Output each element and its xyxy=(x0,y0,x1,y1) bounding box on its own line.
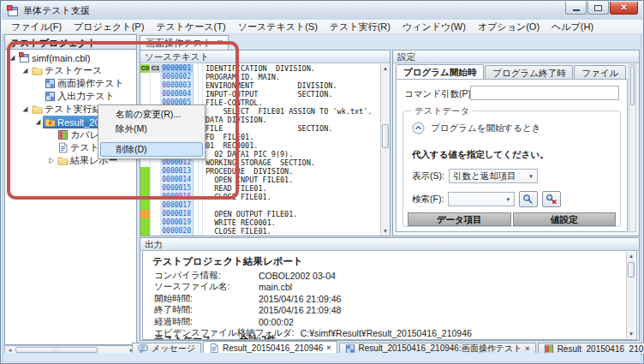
menu-item[interactable]: ウィンドウ(W) xyxy=(397,20,472,34)
code-text[interactable]: 02 DATA1 PIC 9(9). xyxy=(206,150,293,158)
test-project-panel-header[interactable]: テストプロジェクト xyxy=(4,34,137,49)
search-label: 検索(F): xyxy=(412,194,444,206)
minimize-button[interactable] xyxy=(565,2,587,15)
expander-icon[interactable] xyxy=(21,104,30,114)
folder-icon xyxy=(57,155,69,166)
scrollbar-thumb[interactable] xyxy=(15,347,98,353)
gutter-separator xyxy=(194,193,206,201)
coverage-c0-cell xyxy=(140,210,151,218)
collapse-chevron-icon[interactable] xyxy=(412,122,425,134)
close-button[interactable]: ✕ xyxy=(610,2,638,15)
code-text[interactable]: CLOSE FILE01. xyxy=(206,193,271,201)
expander-icon[interactable] xyxy=(46,156,56,165)
code-text[interactable]: IDENTIFICATION DIVISION. xyxy=(206,64,315,73)
search-button[interactable] xyxy=(519,191,538,207)
clear-search-button[interactable] xyxy=(542,191,561,207)
code-text[interactable]: CLOSE FILE01. xyxy=(206,227,271,236)
tab-close-icon[interactable]: × xyxy=(218,39,223,47)
context-menu-item[interactable]: 除外(M) xyxy=(100,122,203,136)
expander-icon xyxy=(33,79,43,88)
scroll-up-arrow-icon[interactable]: ▲ xyxy=(627,252,635,260)
scroll-down-arrow-icon[interactable]: ▼ xyxy=(381,227,390,236)
settings-tab[interactable]: プログラム終了時 xyxy=(485,65,573,80)
menu-item[interactable]: ファイル(F) xyxy=(5,20,68,34)
report-title: テストプロジェクト結果レポート xyxy=(152,255,303,268)
tree-item[interactable]: 入出力テスト xyxy=(5,90,136,103)
menu-item[interactable]: プロジェクト(P) xyxy=(68,20,150,34)
source-vertical-scrollbar[interactable]: ▲ ▼ xyxy=(380,64,390,236)
tree-item-content[interactable]: simf(main.cbl) xyxy=(17,51,92,64)
title-bar[interactable]: 単体テスト支援 ✕ xyxy=(2,2,642,20)
tree-item[interactable]: simf(main.cbl) xyxy=(5,51,136,64)
context-menu-item[interactable]: 削除(D) xyxy=(100,142,203,157)
code-text[interactable]: INPUT-OUTPUT SECTION. xyxy=(206,90,332,98)
display-select[interactable]: 引数と返却項目 ▼ xyxy=(449,169,538,183)
report-row-value: 2015/04/16 21:09:48 xyxy=(259,305,341,315)
expander-icon[interactable] xyxy=(21,66,30,75)
scrollbar-thumb[interactable] xyxy=(628,262,635,277)
report-doc-icon xyxy=(209,343,219,353)
coverage-c0-cell xyxy=(140,193,151,201)
expander-icon[interactable] xyxy=(33,117,43,127)
report-doc-icon xyxy=(57,142,69,153)
source-line: 0000003ENVIRONMENT DIVISION. xyxy=(140,81,380,90)
maximize-button[interactable] xyxy=(587,2,609,15)
folder-icon xyxy=(31,104,43,115)
table-column-header[interactable]: 値設定 xyxy=(513,212,617,226)
source-line: 0000015 READ FILE01. xyxy=(140,184,380,193)
code-text[interactable]: ENVIRONMENT DIVISION. xyxy=(206,81,337,90)
tree-item-content[interactable]: テストケース xyxy=(30,64,104,77)
scrollbar-thumb[interactable] xyxy=(382,124,389,148)
scroll-up-arrow-icon[interactable]: ▲ xyxy=(381,64,390,73)
output-vertical-scrollbar[interactable]: ▲ ▼ xyxy=(626,252,635,338)
tab-close-icon[interactable]: × xyxy=(326,344,331,352)
value-table-headers: データ項目値設定 xyxy=(408,212,616,226)
app-icon xyxy=(7,5,19,17)
code-text[interactable]: DATA DIVISION. xyxy=(206,116,267,124)
tab-screen-operation-test[interactable]: 画面操作テスト × xyxy=(140,35,229,50)
scroll-down-arrow-icon[interactable]: ▼ xyxy=(627,330,635,338)
coverage-c1-cell xyxy=(151,158,161,167)
code-text[interactable]: FILE-CONTROL. xyxy=(206,98,263,107)
settings-tab[interactable]: ファイル xyxy=(574,65,626,80)
menu-item[interactable]: テストケース(T) xyxy=(150,20,231,34)
report-row: コンパイラ情報:COBOL2002 03-04 xyxy=(154,270,619,282)
search-icon xyxy=(522,194,534,206)
menu-item[interactable]: テスト実行(R) xyxy=(324,20,397,34)
code-text[interactable]: WORKING-STORAGE SECTION. xyxy=(206,158,315,167)
code-text[interactable]: PROGRAM-ID. MAIN. xyxy=(206,73,280,81)
code-text[interactable]: OPEN INPUT FILE01. xyxy=(206,176,293,184)
menu-bar: ファイル(F)プロジェクト(P)テストケース(T)ソーステキスト(S)テスト実行… xyxy=(2,20,642,34)
menu-item[interactable]: オプション(O) xyxy=(472,20,546,34)
code-text[interactable]: WRITE REC0001. xyxy=(206,218,276,227)
settings-tab[interactable]: プログラム開始時 xyxy=(396,64,484,80)
code-text[interactable]: 01 REC0001. xyxy=(206,141,258,150)
coverage-c0-cell: C0 xyxy=(140,64,151,73)
code-text[interactable]: FILE SECTION. xyxy=(206,124,332,133)
code-text[interactable]: PROCEDURE DIVISION. xyxy=(206,167,293,176)
settings-vertical-scrollbar[interactable] xyxy=(629,64,636,232)
table-column-header[interactable]: データ項目 xyxy=(408,212,511,226)
source-panel-header: ソーステキスト xyxy=(140,51,390,63)
menu-item[interactable]: ソーステキスト(S) xyxy=(232,20,324,34)
tab-close-icon[interactable]: × xyxy=(525,345,529,353)
tree-item-content[interactable]: 入出力テスト xyxy=(43,90,117,103)
expander-icon[interactable] xyxy=(8,53,17,63)
scrollbar-thumb[interactable] xyxy=(630,66,635,105)
coverage-c1-cell xyxy=(151,90,161,98)
code-text[interactable]: READ FILE01. xyxy=(206,184,267,193)
line-number: 0000017 xyxy=(161,201,194,210)
tree-item-content[interactable]: 画面操作テスト xyxy=(43,77,127,90)
tab-label: 画面操作テスト xyxy=(146,37,212,50)
context-menu-item[interactable]: 名前の変更(R)... xyxy=(100,107,203,122)
command-arg-input[interactable] xyxy=(470,86,619,100)
menu-item[interactable]: ヘルプ(H) xyxy=(546,20,599,34)
coverage-c1-cell xyxy=(151,201,161,210)
tree-item[interactable]: テストケース xyxy=(5,64,136,77)
code-text[interactable]: SELECT FILE01 ASSIGN TO 'wk.txt'. xyxy=(206,107,372,116)
code-text[interactable]: OPEN OUTPUT FILE01. xyxy=(206,210,297,218)
project-icon xyxy=(18,52,30,63)
code-text[interactable]: FD FILE01. xyxy=(206,133,253,141)
tree-item[interactable]: 画面操作テスト xyxy=(5,77,136,90)
search-combo[interactable]: ▼ xyxy=(448,192,515,206)
